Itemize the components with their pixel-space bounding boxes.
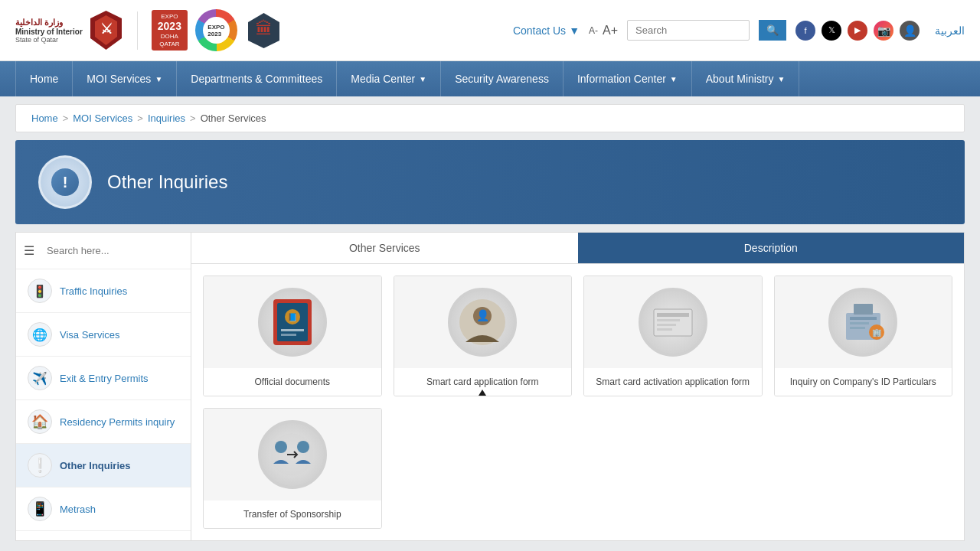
sidebar-label-exit-entry: Exit & Entry Permits bbox=[60, 373, 149, 384]
top-bar: وزارة الداخلية Ministry of Interior Stat… bbox=[0, 0, 980, 61]
up-arrow-indicator bbox=[456, 388, 509, 396]
arabic-language-link[interactable]: العربية bbox=[935, 24, 965, 37]
sidebar-menu-icon[interactable]: ☰ bbox=[24, 243, 34, 258]
card-icon-transfer-wrap bbox=[204, 409, 381, 500]
sidebar-item-other-inquiries[interactable]: ❕ Other Inquiries bbox=[16, 444, 191, 487]
search-button[interactable]: 🔍 bbox=[759, 20, 786, 41]
residency-icon: 🏠 bbox=[28, 409, 52, 434]
contact-us-link[interactable]: Contact Us ▼ bbox=[513, 24, 580, 37]
media-center-chevron-icon: ▼ bbox=[419, 75, 426, 83]
svg-text:📘: 📘 bbox=[288, 312, 298, 322]
card-icon-company-id-wrap: 🏢 bbox=[775, 276, 952, 368]
card-official-documents[interactable]: 📘 Official documents bbox=[203, 276, 382, 396]
breadcrumb-current: Other Services bbox=[201, 112, 266, 124]
service-tabs: Other Services Description bbox=[191, 233, 964, 264]
svg-point-26 bbox=[297, 441, 309, 453]
card-label-smart-card-activation: Smart card activation application form bbox=[584, 368, 762, 396]
ministry-subtitle: State of Qatar bbox=[15, 36, 58, 44]
sidebar-item-traffic[interactable]: 🚦 Traffic Inquiries bbox=[16, 269, 191, 313]
svg-text:🏛: 🏛 bbox=[256, 19, 273, 38]
visa-icon: 🌐 bbox=[28, 322, 52, 347]
nav-about-ministry[interactable]: About Ministry ▼ bbox=[692, 61, 800, 96]
card-label-transfer-sponsorship: Transfer of Sponsorship bbox=[204, 500, 381, 528]
card-transfer-sponsorship[interactable]: Transfer of Sponsorship bbox=[203, 408, 382, 529]
svg-marker-11 bbox=[457, 390, 508, 396]
breadcrumb-sep-2: > bbox=[137, 112, 143, 124]
breadcrumb: Home > MOI Services > Inquiries > Other … bbox=[15, 104, 965, 132]
main-content: ☰ 🚦 Traffic Inquiries 🌐 Visa Services ✈️… bbox=[15, 232, 965, 541]
svg-rect-14 bbox=[657, 319, 680, 321]
instagram-icon[interactable]: 📷 bbox=[874, 21, 893, 41]
nav-information-center[interactable]: Information Center ▼ bbox=[564, 61, 692, 96]
sidebar-label-other-inquiries: Other Inquiries bbox=[60, 460, 130, 471]
search-input[interactable] bbox=[627, 20, 750, 41]
youtube-icon[interactable]: ▶ bbox=[848, 21, 867, 41]
breadcrumb-sep-3: > bbox=[190, 112, 196, 124]
breadcrumb-moi-services[interactable]: MOI Services bbox=[73, 112, 132, 124]
tab-other-services[interactable]: Other Services bbox=[191, 233, 578, 263]
main-navigation: Home MOI Services ▼ Departments & Commit… bbox=[0, 61, 980, 96]
nav-home[interactable]: Home bbox=[15, 61, 73, 96]
card-icon-company-id: 🏢 bbox=[828, 288, 897, 357]
ministry-english: Ministry of Interior bbox=[15, 28, 83, 36]
nav-departments[interactable]: Departments & Committees bbox=[177, 61, 337, 96]
font-size-controls: A- A+ bbox=[589, 24, 618, 37]
sidebar: ☰ 🚦 Traffic Inquiries 🌐 Visa Services ✈️… bbox=[15, 232, 191, 541]
svg-rect-19 bbox=[850, 322, 869, 324]
card-label-official-documents: Official documents bbox=[204, 368, 381, 396]
arabic-emblem: 🏛 bbox=[245, 9, 283, 51]
sidebar-label-residency: Residency Permits inquiry bbox=[60, 416, 175, 428]
svg-text:👤: 👤 bbox=[475, 309, 489, 322]
expo-circle-logo: EXPO2023 bbox=[195, 9, 237, 51]
svg-point-25 bbox=[275, 441, 287, 453]
page-title: Other Inquiries bbox=[107, 171, 227, 193]
page-header: ! Other Inquiries bbox=[15, 140, 965, 224]
breadcrumb-sep-1: > bbox=[63, 112, 69, 124]
info-center-chevron-icon: ▼ bbox=[670, 75, 678, 83]
sidebar-search-input[interactable] bbox=[39, 239, 183, 262]
exclamation-icon: ! bbox=[51, 168, 79, 196]
card-company-id[interactable]: 🏢 Inquiry on Company's ID Particulars bbox=[774, 276, 953, 396]
tab-description[interactable]: Description bbox=[578, 233, 965, 263]
nav-media-center[interactable]: Media Center ▼ bbox=[337, 61, 441, 96]
service-area: Other Services Description 📘 bbox=[191, 232, 965, 541]
contact-chevron-icon: ▼ bbox=[569, 24, 580, 37]
breadcrumb-home[interactable]: Home bbox=[31, 112, 58, 124]
sidebar-item-exit-entry[interactable]: ✈️ Exit & Entry Permits bbox=[16, 357, 191, 400]
ministry-shield-icon: ⚔ bbox=[89, 9, 123, 51]
card-smart-card-activation[interactable]: Smart card activation application form bbox=[583, 276, 763, 396]
top-right-controls: Contact Us ▼ A- A+ 🔍 f 𝕏 ▶ 📷 👤 العربية bbox=[513, 20, 965, 41]
sidebar-item-visa[interactable]: 🌐 Visa Services bbox=[16, 313, 191, 357]
service-grid-row1: 📘 Official documents bbox=[191, 264, 964, 408]
nav-moi-services[interactable]: MOI Services ▼ bbox=[73, 61, 177, 96]
sidebar-item-residency[interactable]: 🏠 Residency Permits inquiry bbox=[16, 400, 191, 444]
social-icons-group: f 𝕏 ▶ 📷 👤 bbox=[795, 21, 920, 41]
card-label-company-id: Inquiry on Company's ID Particulars bbox=[775, 368, 952, 396]
card-icon-smart-activation bbox=[639, 288, 707, 357]
card-smart-card-app[interactable]: 👤 Smart card application form bbox=[394, 276, 573, 396]
page-header-icon: ! bbox=[38, 155, 92, 209]
svg-rect-7 bbox=[281, 334, 296, 336]
svg-rect-20 bbox=[850, 327, 865, 329]
about-ministry-chevron-icon: ▼ bbox=[777, 75, 785, 83]
card-icon-official-wrap: 📘 bbox=[204, 276, 381, 368]
breadcrumb-inquiries[interactable]: Inquiries bbox=[148, 112, 185, 124]
svg-rect-15 bbox=[657, 324, 676, 326]
traffic-icon: 🚦 bbox=[28, 279, 52, 303]
user-account-icon[interactable]: 👤 bbox=[900, 21, 920, 41]
card-icon-transfer bbox=[258, 420, 327, 489]
x-twitter-icon[interactable]: 𝕏 bbox=[822, 21, 841, 41]
moi-services-chevron-icon: ▼ bbox=[155, 75, 162, 83]
logo-area: وزارة الداخلية Ministry of Interior Stat… bbox=[15, 9, 513, 51]
svg-rect-21 bbox=[854, 304, 873, 315]
sidebar-label-traffic: Traffic Inquiries bbox=[60, 285, 127, 297]
card-icon-smart-activation-wrap bbox=[584, 276, 762, 368]
font-increase-button[interactable]: A+ bbox=[603, 24, 618, 37]
facebook-icon[interactable]: f bbox=[795, 21, 815, 41]
nav-security-awareness[interactable]: Security Awareness bbox=[441, 61, 564, 96]
expo-badge: EXPO 2023 DOHA QATAR bbox=[152, 10, 188, 51]
ministry-arabic: وزارة الداخلية bbox=[15, 18, 63, 28]
sidebar-item-metrash[interactable]: 📱 Metrash bbox=[16, 487, 191, 531]
card-icon-smart-app: 👤 bbox=[448, 288, 517, 357]
font-decrease-button[interactable]: A- bbox=[589, 25, 598, 36]
